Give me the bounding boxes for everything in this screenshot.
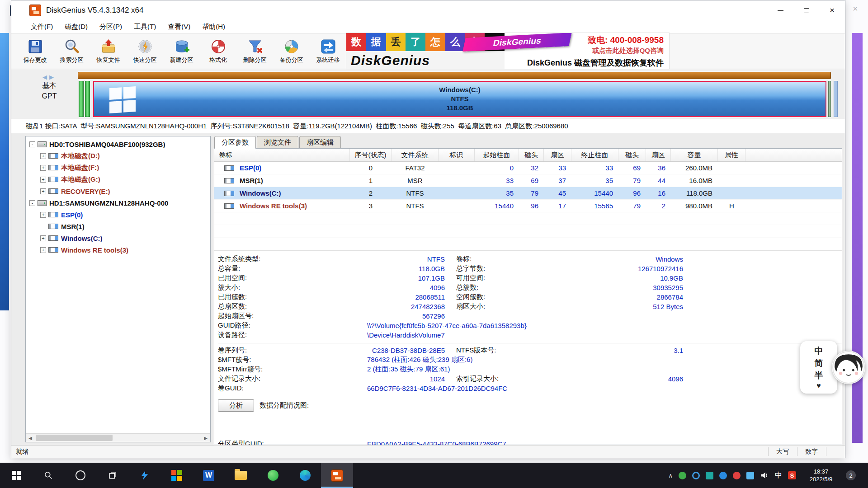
minimize-icon bbox=[778, 10, 783, 11]
tree-item-hd1[interactable]: - HD1:SAMSUNGMZNLN128HAHQ-000 bbox=[26, 197, 210, 209]
tree-item-hd0[interactable]: - HD0:TOSHIBAMQ04ABF100(932GB) bbox=[26, 138, 210, 150]
analyze-button[interactable]: 分析 bbox=[218, 399, 254, 412]
tray-icon-2[interactable] bbox=[692, 472, 700, 479]
format-button[interactable]: 格式化 bbox=[200, 35, 236, 68]
tab-partition-params[interactable]: 分区参数 bbox=[214, 136, 256, 148]
tray-expand-chevron-icon[interactable]: ∧ bbox=[668, 472, 673, 479]
table-row-windows-c[interactable]: Windows(C:) 2 NTFS 35 79 45 15440 96 16 … bbox=[214, 187, 842, 200]
expander-icon[interactable]: + bbox=[40, 165, 46, 171]
partition-icon bbox=[224, 191, 234, 196]
tree-item-windows-c[interactable]: + Windows(C:) bbox=[26, 232, 210, 244]
tree-item-msr[interactable]: MSR(1) bbox=[26, 221, 210, 232]
ime-floating-widget[interactable]: 中 简 半 ♥ bbox=[800, 341, 868, 394]
tree-item-recovery-e[interactable]: + RECOVERY(E:) bbox=[26, 185, 210, 197]
scroll-thumb[interactable] bbox=[36, 435, 113, 441]
prev-disk-arrow[interactable]: ◀ bbox=[42, 74, 49, 80]
tree-item-esp[interactable]: + ESP(0) bbox=[26, 209, 210, 221]
table-row-esp[interactable]: ESP(0) 0 FAT32 0 32 33 33 69 36 260.0MB bbox=[214, 162, 842, 174]
tray-icon-5[interactable] bbox=[746, 472, 754, 479]
partition-block-windows-re[interactable] bbox=[828, 81, 831, 117]
tray-icon-1[interactable] bbox=[679, 472, 686, 479]
partition-block-esp[interactable] bbox=[79, 81, 84, 117]
volume-label: Windows RE tools(3) bbox=[240, 202, 307, 210]
start-button[interactable] bbox=[0, 463, 32, 488]
menu-help[interactable]: 帮助(H) bbox=[196, 20, 231, 33]
scroll-left-arrow[interactable]: ◀ bbox=[26, 436, 35, 441]
tree-item-local-d[interactable]: + 本地磁盘(D:) bbox=[26, 150, 210, 162]
expander-icon[interactable]: + bbox=[40, 188, 46, 194]
expander-icon[interactable]: - bbox=[29, 200, 35, 206]
expander-icon[interactable]: - bbox=[29, 141, 35, 147]
maximize-button[interactable] bbox=[793, 0, 819, 20]
table-row-msr[interactable]: MSR(1) 1 MSR 33 69 37 35 79 44 16.0MB bbox=[214, 174, 842, 187]
expander-icon[interactable]: + bbox=[40, 153, 46, 159]
menu-partition[interactable]: 分区(P) bbox=[94, 20, 128, 33]
tab-sector-edit[interactable]: 扇区编辑 bbox=[299, 136, 341, 148]
partition-block-msr[interactable] bbox=[85, 81, 90, 117]
sogou-icon[interactable]: S bbox=[788, 471, 796, 479]
maximize-icon bbox=[804, 8, 809, 13]
expander-icon[interactable]: + bbox=[40, 247, 46, 253]
quick-partition-button[interactable]: 快速分区 bbox=[127, 35, 163, 68]
tree-item-local-f[interactable]: + 本地磁盘(F:) bbox=[26, 162, 210, 174]
toolbar: 保存更改 搜索分区 恢复文件 快速分区 新建分区 格式化 删除分区 备份分区 bbox=[11, 33, 845, 69]
tray-icon-qq[interactable] bbox=[719, 472, 727, 479]
taskbar-app-explorer[interactable] bbox=[225, 463, 257, 488]
expander-icon[interactable]: + bbox=[40, 212, 46, 218]
task-view-button[interactable] bbox=[96, 463, 128, 488]
taskbar-clock[interactable]: 18:37 2022/5/9 bbox=[802, 468, 840, 483]
cartoon-face-icon bbox=[832, 351, 865, 384]
tray-icon-3[interactable] bbox=[706, 472, 713, 479]
scroll-track[interactable] bbox=[35, 434, 201, 442]
tree-horizontal-scrollbar[interactable]: ◀ ▶ bbox=[26, 433, 210, 442]
banner-qq-link[interactable]: 或点击此处选择QQ咨询 bbox=[592, 47, 664, 55]
minimize-button[interactable] bbox=[768, 0, 793, 20]
ime-avatar[interactable] bbox=[832, 351, 865, 384]
search-icon bbox=[64, 38, 80, 55]
partition-block-windows-c[interactable]: Windows(C:) NTFS 118.0GB bbox=[93, 81, 826, 117]
table-empty-row bbox=[214, 212, 842, 225]
volume-icon[interactable] bbox=[760, 471, 769, 480]
promo-banner[interactable]: 数 据 丢 了 怎 么 办 ！ DiskGenius DiskGenius 致电… bbox=[346, 33, 669, 70]
ime-language-indicator[interactable]: 中 bbox=[775, 471, 782, 480]
recover-files-button[interactable]: 恢复文件 bbox=[90, 35, 127, 68]
taskbar-app-store[interactable] bbox=[160, 463, 193, 488]
table-row-windows-re[interactable]: Windows RE tools(3) 3 NTFS 15440 96 17 1… bbox=[214, 200, 842, 212]
cortana-button[interactable] bbox=[64, 463, 96, 488]
taskbar-search-button[interactable] bbox=[32, 463, 64, 488]
expander-icon[interactable]: + bbox=[40, 177, 46, 183]
notification-badge[interactable]: 2 bbox=[846, 470, 856, 480]
next-disk-arrow[interactable]: ▶ bbox=[49, 74, 56, 80]
menu-tools[interactable]: 工具(T) bbox=[128, 20, 162, 33]
taskbar-app-lightning[interactable] bbox=[128, 463, 160, 488]
tree-item-local-g[interactable]: + 本地磁盘(G:) bbox=[26, 174, 210, 185]
window-title: DiskGenius V5.4.3.1342 x64 bbox=[46, 6, 143, 15]
status-ready: 就绪 bbox=[11, 448, 768, 456]
tab-browse-files[interactable]: 浏览文件 bbox=[257, 136, 298, 148]
titlebar[interactable]: DiskGenius V5.4.3.1342 x64 × bbox=[11, 0, 845, 20]
disk-icon bbox=[38, 200, 47, 206]
taskbar-app-edge[interactable] bbox=[289, 463, 321, 488]
disk-bar-scroll[interactable] bbox=[834, 81, 838, 117]
delete-partition-button[interactable]: 删除分区 bbox=[236, 35, 273, 68]
tray-icon-4[interactable] bbox=[733, 472, 741, 479]
menu-file[interactable]: 文件(F) bbox=[25, 20, 59, 33]
save-changes-button[interactable]: 保存更改 bbox=[17, 35, 53, 68]
menu-view[interactable]: 查看(V) bbox=[162, 20, 196, 33]
banner-tile: 怎 bbox=[425, 33, 445, 51]
expander-icon[interactable]: + bbox=[40, 235, 46, 241]
tree-item-windows-re[interactable]: + Windows RE tools(3) bbox=[26, 244, 210, 256]
search-partition-button[interactable]: 搜索分区 bbox=[53, 35, 90, 68]
new-partition-button[interactable]: 新建分区 bbox=[163, 35, 200, 68]
backup-partition-button[interactable]: 备份分区 bbox=[273, 35, 310, 68]
taskbar-app-green[interactable] bbox=[257, 463, 289, 488]
taskbar-app-diskgenius[interactable] bbox=[321, 463, 353, 488]
scroll-right-arrow[interactable]: ▶ bbox=[201, 436, 210, 441]
disk-capacity-bar[interactable] bbox=[78, 72, 831, 79]
app-icon bbox=[29, 5, 41, 16]
close-button[interactable]: × bbox=[819, 0, 845, 20]
menu-disk[interactable]: 磁盘(D) bbox=[59, 20, 94, 33]
system-migration-button[interactable]: 系统迁移 bbox=[310, 35, 346, 68]
diskgenius-window: DiskGenius V5.4.3.1342 x64 × 文件(F) 磁盘(D)… bbox=[11, 0, 845, 458]
taskbar-app-word[interactable]: W bbox=[193, 463, 225, 488]
